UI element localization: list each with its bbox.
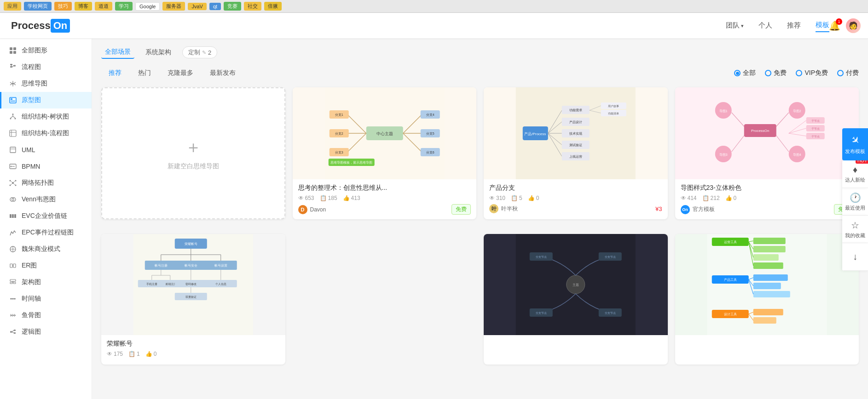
sidebar-item-evc[interactable]: EVC企业价值链 [0, 208, 92, 224]
org-flow-icon [9, 129, 17, 137]
card-dark[interactable]: 主题 分支节点 分支节点 分支节点 分支节点 [484, 234, 668, 365]
bookmark-google[interactable]: Google [135, 2, 160, 11]
sidebar-item-venn[interactable]: Venn韦恩图 [0, 191, 92, 208]
sidebar-label-flowchart: 流程图 [22, 63, 41, 71]
svg-rect-209 [753, 309, 783, 315]
svg-text:产品/Process: 产品/Process [524, 132, 546, 136]
sidebar-item-uml[interactable]: UML [0, 142, 92, 158]
svg-rect-28 [10, 147, 16, 153]
svg-line-39 [14, 181, 15, 182]
bookmark-blog[interactable]: 博客 [75, 2, 92, 11]
bookmark-social[interactable]: 社交 [244, 2, 261, 11]
sidebar-item-logic[interactable]: 逻辑图 [0, 324, 92, 340]
sidebar-item-flowchart[interactable]: 流程图 [0, 59, 92, 75]
scene-tab-arch[interactable]: 系统架构 [142, 46, 175, 58]
bookmark-qt[interactable]: qt [209, 3, 221, 10]
logo[interactable]: ProcessOn [11, 19, 70, 33]
card-colorful[interactable]: 运营工具 产品工具 [675, 234, 859, 365]
svg-rect-202 [753, 283, 781, 289]
mz-icon [9, 245, 17, 253]
float-btn-master[interactable]: HOT ♦ 达人新绘 [842, 160, 868, 188]
svg-point-20 [10, 118, 12, 120]
bookmark-tips[interactable]: 技巧 [54, 2, 72, 11]
sidebar-item-er[interactable]: ER图 [0, 257, 92, 274]
sidebar-item-bpmn[interactable]: BPMN [0, 158, 92, 175]
filter-paid[interactable]: 付费 [837, 69, 859, 77]
author-avatar-chanpin: 叶 [489, 204, 498, 213]
sidebar-item-arch[interactable]: 架构图 [0, 274, 92, 291]
svg-text:双重验证: 双重验证 [185, 296, 197, 298]
card-title-style23: 导图样式23-立体粉色 [681, 184, 854, 192]
nav-personal[interactable]: 个人 [758, 19, 772, 32]
svg-text:分支3: 分支3 [335, 151, 343, 154]
svg-line-23 [11, 116, 13, 118]
sidebar-label-fishbone: 鱼骨图 [22, 311, 41, 319]
svg-text:导图3: 导图3 [719, 153, 727, 157]
notification-bell[interactable]: 🔔 1 [829, 20, 840, 31]
filter-tab-latest[interactable]: 最新发布 [203, 66, 243, 80]
sidebar-item-all-shapes[interactable]: 全部图形 [0, 42, 92, 59]
svg-text:测试验证: 测试验证 [569, 143, 582, 147]
filter-tab-hot[interactable]: 热门 [131, 66, 158, 80]
bookmark-apps[interactable]: 应用 [4, 2, 21, 11]
svg-rect-191 [753, 238, 785, 244]
filter-tab-recommend[interactable]: 推荐 [101, 66, 129, 80]
filter-vip[interactable]: VIP免费 [796, 69, 828, 77]
filter-all-label: 全部 [743, 69, 756, 77]
float-btn-recent[interactable]: 🕐 最近使用 [842, 188, 868, 216]
scene-tab-custom[interactable]: 定制 ✎ 2 [182, 46, 217, 58]
svg-rect-5 [10, 66, 12, 68]
svg-rect-0 [10, 47, 12, 50]
sidebar-item-org-flow[interactable]: 组织结构-流程图 [0, 125, 92, 142]
user-avatar[interactable]: 🧑 [846, 18, 861, 33]
edit-icon: ✎ [202, 50, 206, 56]
nav-team[interactable]: 团队 [726, 19, 744, 32]
filter-free[interactable]: 免费 [765, 69, 787, 77]
card-chanpin[interactable]: 产品/Process 功能需求 产品设计 技术实现 测试验证 [484, 87, 668, 219]
sidebar-item-fishbone[interactable]: 鱼骨图 [0, 307, 92, 324]
bookmark-jvav[interactable]: JvaV [188, 3, 206, 10]
svg-rect-25 [10, 130, 16, 137]
card-author-row-chanpin: 叶 叶半秋 ¥3 [489, 204, 662, 213]
new-card-label: 新建空白思维导图 [168, 162, 219, 171]
sidebar-label-logic: 逻辑图 [22, 328, 41, 336]
sidebar-label-venn: Venn韦恩图 [22, 195, 56, 204]
svg-line-14 [10, 84, 12, 85]
bookmark-school[interactable]: 学校网页 [24, 2, 52, 11]
sidebar-item-org-tree[interactable]: 组织结构-树状图 [0, 108, 92, 125]
bookmark-times[interactable]: 倍腋 [264, 2, 282, 11]
float-btn-download[interactable]: ↓ [842, 243, 868, 271]
svg-rect-4 [10, 64, 12, 65]
sidebar-item-network[interactable]: 网络拓扑图 [0, 175, 92, 191]
views-style23: 👁 414 [681, 195, 697, 201]
card-rongguang[interactable]: 荣耀帐号 帐号注册 帐号安全 帐号设置 [101, 234, 285, 365]
svg-text:运营工具: 运营工具 [723, 240, 736, 244]
scene-tab-all[interactable]: 全部场景 [101, 46, 134, 59]
svg-text:技术实现: 技术实现 [569, 132, 582, 135]
sidebar-item-mindmap[interactable]: 思维导图 [0, 75, 92, 92]
sidebar-item-timeline[interactable]: 时间轴 [0, 291, 92, 307]
nav-recommend[interactable]: 推荐 [787, 19, 801, 32]
card-sikaozhengli[interactable]: 中心主题 分支1 分支2 分支3 分支4 [293, 87, 477, 219]
sidebar-label-uml: UML [22, 146, 35, 154]
svg-rect-210 [753, 317, 776, 324]
svg-text:分支4: 分支4 [426, 113, 434, 116]
bookmark-competition[interactable]: 竞赛 [224, 2, 241, 11]
sidebar-item-mz[interactable]: 魏朱商业模式 [0, 241, 92, 257]
card-style23[interactable]: ProcessOn 导图1 导图2 导图3 导图4 [675, 87, 859, 219]
svg-text:主题: 主题 [573, 283, 579, 286]
publish-button[interactable]: ✈ 发布模板 [842, 128, 868, 160]
bookmark-learn[interactable]: 学习 [115, 2, 133, 11]
bookmark-daodao[interactable]: 道道 [95, 2, 112, 11]
svg-line-15 [14, 84, 16, 85]
bookmark-server[interactable]: 服务器 [162, 2, 185, 11]
filter-tab-clone[interactable]: 克隆最多 [160, 66, 201, 80]
nav-template[interactable]: 模板 [816, 19, 829, 32]
filter-all[interactable]: 全部 [734, 69, 756, 77]
card-title-chanpin: 产品分支 [489, 184, 662, 192]
new-card-button[interactable]: ＋ 新建空白思维导图 [101, 87, 285, 219]
sidebar-item-epc[interactable]: EPC事件过程链图 [0, 224, 92, 241]
svg-point-36 [10, 185, 11, 186]
sidebar-item-prototype[interactable]: 原型图 [0, 92, 92, 108]
float-btn-favorite[interactable]: ☆ 我的收藏 [842, 216, 868, 243]
